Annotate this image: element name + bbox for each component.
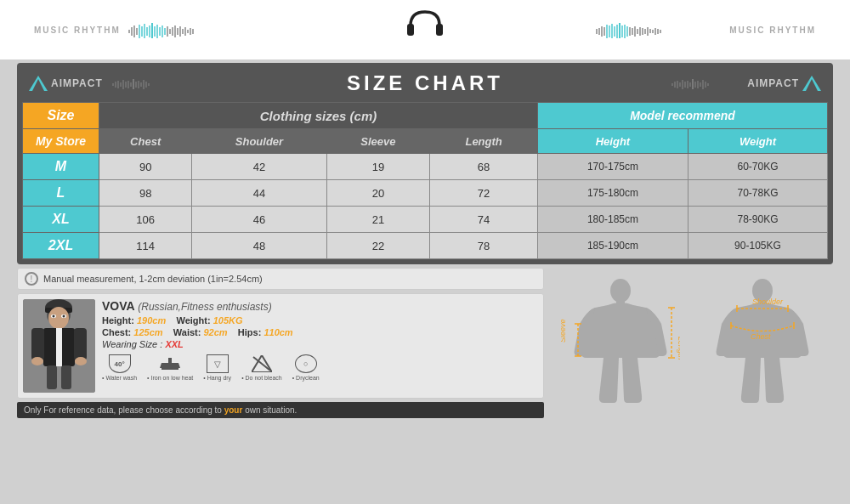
chest-cell: 106 bbox=[99, 207, 192, 233]
height-cell: 170-175cm bbox=[537, 154, 688, 180]
dry-symbol: ▽ bbox=[207, 354, 229, 373]
wearing-value: XXL bbox=[165, 339, 183, 349]
front-body-diagram: Sleeve Length bbox=[551, 277, 689, 409]
measurement-note-text: Manual measurement, 1-2cm deviation (1in… bbox=[43, 274, 263, 284]
length-cell: 72 bbox=[430, 180, 538, 207]
shoulder-header: Shoulder bbox=[192, 129, 326, 154]
height-label: Height: bbox=[102, 315, 134, 326]
weight-label: Weight: bbox=[176, 315, 210, 326]
weight-cell: 90-105KG bbox=[688, 233, 827, 259]
weight-cell: 78-90KG bbox=[688, 207, 827, 233]
iron-label: • Iron on low heat bbox=[147, 375, 193, 381]
svg-point-101 bbox=[31, 357, 43, 365]
brand-logo-right: AIMPACT bbox=[671, 76, 821, 91]
brand-logo-left: AIMPACT bbox=[29, 76, 179, 91]
sleeve-cell: 22 bbox=[326, 233, 430, 259]
size-label: L bbox=[23, 180, 99, 207]
weight-header: Weight bbox=[688, 129, 827, 154]
table-header-row-2: My Store Chest Shoulder Sleeve Length He… bbox=[23, 129, 828, 154]
svg-point-92 bbox=[48, 307, 69, 329]
svg-rect-104 bbox=[61, 365, 71, 389]
svg-text:Chest: Chest bbox=[751, 332, 771, 341]
iron-symbol bbox=[159, 354, 181, 373]
model-height-row: Height: 190cm Weight: 105KG bbox=[102, 315, 538, 326]
model-info-text: (Russian,Fitness enthusiasts) bbox=[138, 301, 271, 313]
height-header: Height bbox=[537, 129, 688, 154]
shoulder-cell: 48 bbox=[192, 233, 326, 259]
shoulder-cell: 44 bbox=[192, 180, 326, 207]
size-label: XL bbox=[23, 207, 99, 233]
reference-note: Only For reference data, please choose a… bbox=[17, 402, 544, 418]
svg-point-102 bbox=[75, 357, 87, 365]
svg-marker-106 bbox=[160, 363, 180, 368]
waveform-left bbox=[128, 21, 255, 38]
waist-value: 92cm bbox=[203, 327, 227, 337]
music-text-left: MUSIC RHYTHM bbox=[34, 25, 121, 35]
chest-cell: 114 bbox=[99, 233, 192, 259]
care-iron: • Iron on low heat bbox=[147, 354, 193, 381]
chest-value: 125cm bbox=[133, 327, 162, 337]
reference-suffix: own situation. bbox=[242, 405, 297, 415]
size-header: Size bbox=[23, 103, 99, 129]
svg-rect-98 bbox=[56, 328, 62, 366]
bleach-symbol bbox=[251, 354, 273, 373]
model-name: VOVA (Russian,Fitness enthusiasts) bbox=[102, 299, 538, 313]
svg-marker-105 bbox=[162, 368, 178, 370]
model-photo bbox=[23, 299, 95, 393]
length-cell: 78 bbox=[430, 233, 538, 259]
svg-text:Sleeve: Sleeve bbox=[561, 319, 567, 343]
height-value: 190cm bbox=[137, 315, 166, 326]
sleeve-cell: 19 bbox=[326, 154, 430, 180]
body-diagrams: Sleeve Length bbox=[551, 268, 833, 418]
sleeve-header: Sleeve bbox=[326, 129, 430, 154]
svg-text:Shoulder: Shoulder bbox=[752, 297, 784, 306]
brand-name-right: AIMPACT bbox=[747, 77, 799, 89]
sleeve-cell: 20 bbox=[326, 180, 430, 207]
svg-point-110 bbox=[610, 279, 631, 303]
care-dry: ▽ • Hang dry bbox=[203, 354, 231, 381]
top-banner: MUSIC RHYTHM bbox=[0, 0, 850, 59]
bottom-left: ! Manual measurement, 1-2cm deviation (1… bbox=[17, 268, 544, 418]
table-row: M 90 42 19 68 170-175cm 60-70KG bbox=[23, 154, 828, 180]
chest-cell: 98 bbox=[99, 180, 192, 207]
chart-title: SIZE CHART bbox=[347, 71, 503, 94]
wash-symbol: 40° bbox=[109, 354, 131, 373]
bleach-label: • Do not bleach bbox=[241, 375, 282, 381]
svg-rect-99 bbox=[31, 328, 44, 360]
size-label: 2XL bbox=[23, 233, 99, 259]
bottom-section: ! Manual measurement, 1-2cm deviation (1… bbox=[17, 268, 833, 418]
measurement-note: ! Manual measurement, 1-2cm deviation (1… bbox=[17, 268, 544, 290]
hips-value: 110cm bbox=[264, 327, 292, 337]
care-icons: 40° • Water wash • Iron o bbox=[102, 354, 538, 381]
svg-point-95 bbox=[53, 315, 55, 318]
table-header-row-1: Size Clothing sizes (cm) Model recommend bbox=[23, 103, 828, 129]
size-table-body: M 90 42 19 68 170-175cm 60-70KG L 98 44 … bbox=[23, 154, 828, 259]
reference-highlight: your bbox=[224, 405, 243, 415]
chest-cell: 90 bbox=[99, 154, 192, 180]
dryclean-symbol: ○ bbox=[295, 354, 317, 373]
svg-point-96 bbox=[63, 315, 65, 318]
svg-text:Length: Length bbox=[677, 337, 680, 360]
weight-cell: 70-78KG bbox=[688, 180, 827, 207]
main-container: MUSIC RHYTHM bbox=[0, 0, 850, 504]
dryclean-label: • Dryclean bbox=[292, 375, 320, 381]
care-wash: 40° • Water wash bbox=[102, 354, 137, 381]
my-store-header: My Store bbox=[23, 129, 99, 154]
svg-rect-100 bbox=[74, 328, 87, 360]
waveform-right bbox=[595, 21, 722, 38]
brand-name-left: AIMPACT bbox=[51, 77, 103, 89]
size-table: Size Clothing sizes (cm) Model recommend… bbox=[22, 102, 828, 259]
waist-label: Waist: bbox=[173, 327, 201, 337]
shoulder-cell: 46 bbox=[192, 207, 326, 233]
svg-rect-0 bbox=[407, 24, 414, 36]
length-cell: 74 bbox=[430, 207, 538, 233]
care-bleach: • Do not bleach bbox=[241, 354, 282, 381]
headphone-icon bbox=[404, 2, 446, 44]
clothing-sizes-header: Clothing sizes (cm) bbox=[99, 103, 538, 129]
height-cell: 180-185cm bbox=[537, 207, 688, 233]
height-cell: 175-180cm bbox=[537, 180, 688, 207]
table-row: XL 106 46 21 74 180-185cm 78-90KG bbox=[23, 207, 828, 233]
note-icon: ! bbox=[25, 272, 38, 286]
weight-value: 105KG bbox=[213, 315, 243, 326]
length-cell: 68 bbox=[430, 154, 538, 180]
